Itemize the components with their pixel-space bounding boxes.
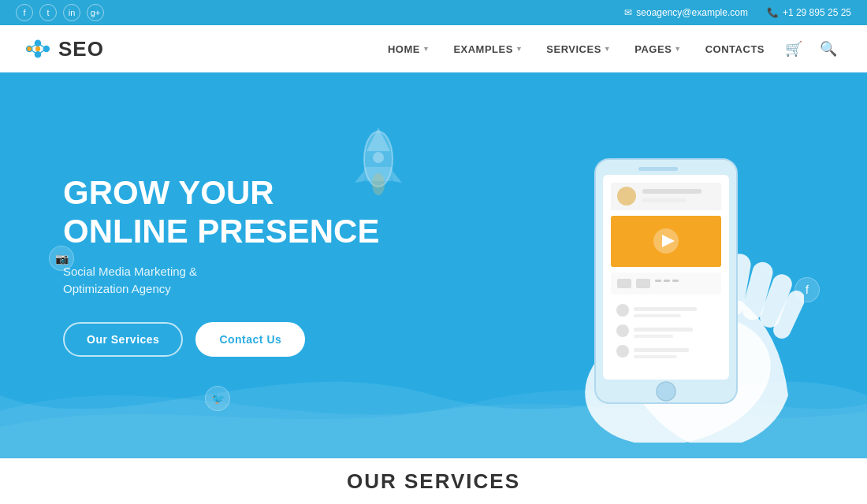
hero-subtitle: Social Media Marketing &Optimization Age… (63, 263, 379, 298)
svg-rect-43 (634, 328, 693, 332)
nav-services[interactable]: SERVICES ▼ (537, 37, 620, 61)
svg-rect-46 (634, 348, 689, 352)
email-info: ✉ seoagency@example.com (624, 7, 748, 18)
svg-rect-44 (634, 335, 673, 338)
svg-point-42 (616, 324, 629, 337)
nav-examples[interactable]: EXAMPLES ▼ (444, 37, 532, 61)
navbar: SEO HOME ▼ EXAMPLES ▼ SERVICES ▼ PAGES ▼… (0, 25, 867, 72)
contact-us-button[interactable]: Contact Us (195, 322, 305, 357)
svg-point-25 (657, 382, 675, 401)
svg-point-45 (616, 345, 629, 358)
svg-rect-35 (636, 279, 650, 288)
hero-title: GROW YOUR ONLINE PRESENCE (63, 174, 379, 250)
svg-point-3 (35, 52, 40, 57)
svg-point-27 (617, 187, 636, 206)
svg-rect-36 (655, 280, 661, 282)
logo[interactable]: SEO (24, 35, 104, 63)
svg-rect-24 (638, 167, 678, 171)
logo-text: SEO (58, 37, 104, 61)
svg-point-14 (373, 152, 384, 163)
nav-pages[interactable]: PAGES ▼ (625, 37, 690, 61)
hero-section: 📷 🐦 f GROW YOUR ONLINE PRESENCE Social M… (0, 72, 867, 458)
svg-point-1 (35, 40, 40, 46)
svg-rect-38 (672, 280, 679, 282)
svg-line-7 (40, 50, 44, 54)
social-links: f t in g+ (16, 4, 104, 21)
twitter-float-icon: 🐦 (205, 386, 230, 411)
svg-rect-41 (634, 314, 681, 317)
logo-icon (24, 35, 52, 63)
services-title: OUR SERVICES (347, 469, 520, 494)
googleplus-icon[interactable]: g+ (87, 4, 104, 21)
twitter-icon[interactable]: t (39, 4, 57, 21)
svg-point-39 (616, 304, 629, 317)
svg-line-5 (40, 45, 44, 48)
svg-rect-40 (634, 307, 697, 311)
svg-rect-37 (664, 280, 670, 282)
svg-rect-29 (642, 198, 686, 202)
hero-buttons: Our Services Contact Us (63, 322, 379, 357)
phone-icon: 📞 (767, 7, 779, 18)
cart-icon[interactable]: 🛒 (779, 34, 809, 64)
hero-content: GROW YOUR ONLINE PRESENCE Social Media M… (0, 174, 379, 357)
nav-home[interactable]: HOME ▼ (378, 37, 439, 61)
svg-rect-47 (634, 355, 677, 358)
nav-contacts[interactable]: CONTACTS (696, 37, 774, 61)
chevron-down-icon: ▼ (604, 45, 611, 53)
phone-illustration (473, 96, 804, 443)
services-section: OUR SERVICES (0, 458, 867, 504)
nav-links: HOME ▼ EXAMPLES ▼ SERVICES ▼ PAGES ▼ CON… (378, 34, 843, 64)
svg-line-6 (32, 50, 35, 54)
svg-line-4 (32, 45, 35, 48)
search-icon[interactable]: 🔍 (813, 34, 843, 64)
chevron-down-icon: ▼ (515, 45, 523, 53)
contact-info: ✉ seoagency@example.com 📞 +1 29 895 25 2… (624, 7, 851, 18)
our-services-button[interactable]: Our Services (63, 322, 183, 357)
chevron-down-icon: ▼ (422, 45, 430, 53)
linkedin-icon[interactable]: in (63, 4, 80, 21)
svg-point-2 (43, 46, 49, 51)
phone-info: 📞 +1 29 895 25 25 (767, 7, 851, 18)
facebook-icon[interactable]: f (16, 4, 33, 21)
svg-marker-13 (393, 171, 402, 183)
chevron-down-icon: ▼ (674, 45, 681, 53)
top-bar: f t in g+ ✉ seoagency@example.com 📞 +1 2… (0, 0, 867, 25)
svg-point-8 (35, 46, 40, 51)
email-icon: ✉ (624, 7, 632, 18)
svg-rect-34 (617, 279, 631, 288)
svg-rect-28 (642, 189, 701, 194)
svg-point-0 (27, 46, 32, 51)
